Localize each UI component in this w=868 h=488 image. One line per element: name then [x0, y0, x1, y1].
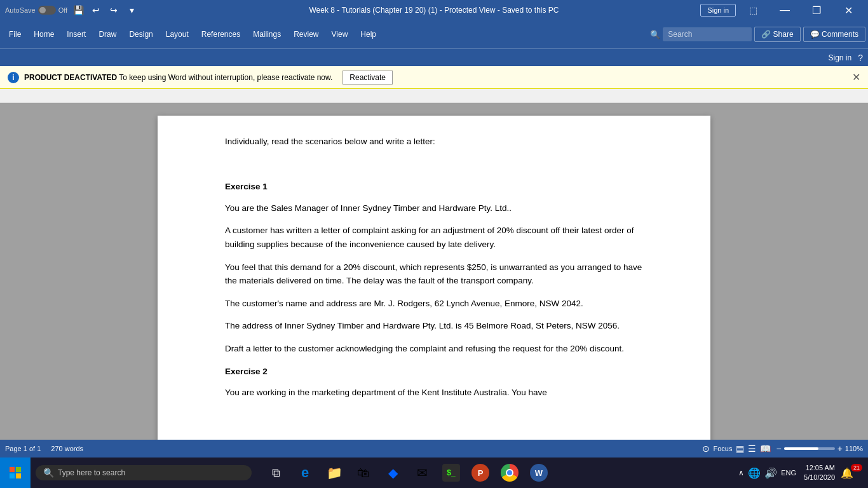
- network-icon[interactable]: 🌐: [748, 467, 761, 479]
- speaker-icon[interactable]: 🔊: [764, 467, 777, 479]
- menu-bar: File Home Insert Draw Design Layout Refe…: [0, 20, 868, 48]
- menu-search-area: 🔍 🔗 Share 💬 Comments: [650, 27, 865, 42]
- store-button[interactable]: 🛍: [349, 459, 377, 487]
- zoom-in-button[interactable]: +: [837, 444, 843, 454]
- clock[interactable]: 12:05 AM 5/10/2020: [799, 463, 840, 483]
- undo-button[interactable]: ↩: [89, 3, 103, 17]
- more-button[interactable]: ▾: [125, 3, 139, 17]
- info-icon: i: [8, 72, 19, 83]
- zoom-slider-fill: [784, 447, 818, 450]
- notification-count: 21: [851, 464, 862, 471]
- edge-icon: e: [301, 464, 309, 481]
- word-icon: W: [530, 464, 548, 482]
- toggle-knob: [39, 7, 46, 13]
- reactivate-button[interactable]: Reactivate: [342, 71, 393, 85]
- para-ex1-5: The address of Inner Sydney Timber and H…: [225, 319, 643, 333]
- restore-button[interactable]: ❐: [802, 0, 831, 20]
- expand-tray-button[interactable]: ∧: [738, 468, 744, 477]
- menu-mailings[interactable]: Mailings: [247, 26, 287, 43]
- deactivated-text: PRODUCT DEACTIVATED To keep using Word w…: [24, 73, 332, 82]
- svg-rect-2: [10, 473, 15, 478]
- menu-file[interactable]: File: [3, 26, 27, 43]
- menu-draw[interactable]: Draw: [92, 26, 123, 43]
- taskbar-search[interactable]: 🔍 Type here to search: [36, 465, 252, 480]
- exercise-2-title: Exercise 2: [225, 365, 643, 379]
- word-button[interactable]: W: [525, 459, 553, 487]
- store-icon: 🛍: [357, 466, 370, 480]
- autosave-text: AutoSave: [5, 6, 36, 14]
- task-view-icon: ⧉: [272, 466, 280, 480]
- zoom-out-button[interactable]: −: [776, 444, 781, 454]
- para-intro: Individually, read the scenarios below a…: [225, 135, 643, 149]
- redo-button[interactable]: ↪: [107, 3, 121, 17]
- taskbar-icons: ⧉ e 📁 🛍 ◆ ✉ $_ P W: [262, 459, 553, 487]
- title-text: Week 8 - Tutorials (Chapter 19 20) (1) -…: [309, 6, 559, 15]
- para-ex1-6-text: Draft a letter to the customer acknowled…: [225, 344, 624, 353]
- menu-layout[interactable]: Layout: [159, 26, 195, 43]
- taskbar-right: ∧ 🌐 🔊 ENG 12:05 AM 5/10/2020 🔔 21: [738, 463, 868, 483]
- dropbox-icon: ◆: [388, 465, 398, 480]
- menu-references[interactable]: References: [195, 26, 247, 43]
- exercise-2-title-text: Exercise 2: [225, 367, 268, 376]
- title-bar: AutoSave Off 💾 ↩ ↪ ▾ Week 8 - Tutorials …: [0, 0, 868, 20]
- para-ex1-3-text: You feel that this demand for a 20% disc…: [225, 262, 642, 286]
- comments-button[interactable]: 💬 Comments: [803, 27, 865, 42]
- menu-review[interactable]: Review: [287, 26, 325, 43]
- word-count: 270 words: [51, 445, 83, 452]
- language-indicator[interactable]: ENG: [781, 469, 796, 477]
- status-right: ⊙ Focus ▤ ☰ 📖 − + 110%: [702, 444, 863, 454]
- svg-rect-3: [16, 473, 21, 478]
- chrome-icon: [501, 464, 519, 482]
- focus-mode-button[interactable]: ⊙: [702, 444, 710, 454]
- mail-button[interactable]: ✉: [408, 459, 436, 487]
- menu-insert[interactable]: Insert: [60, 26, 92, 43]
- ribbon-help[interactable]: ?: [858, 53, 863, 63]
- zoom-slider[interactable]: [784, 447, 835, 450]
- ribbon-sign-in[interactable]: Sign in: [829, 53, 852, 62]
- banner-close-button[interactable]: ✕: [852, 71, 860, 83]
- status-bar: Page 1 of 1 270 words ⊙ Focus ▤ ☰ 📖 − + …: [0, 440, 868, 458]
- status-left: Page 1 of 1 270 words: [5, 445, 83, 452]
- read-mode-button[interactable]: 📖: [760, 444, 771, 454]
- windows-logo-icon: [10, 467, 21, 478]
- save-button[interactable]: 💾: [71, 3, 85, 17]
- page-indicator: Page 1 of 1: [5, 445, 41, 452]
- close-button[interactable]: ✕: [834, 0, 863, 20]
- para-ex2-1-text: You are working in the marketing departm…: [225, 388, 547, 397]
- para-ex1-3: You feel that this demand for a 20% disc…: [225, 261, 643, 288]
- menu-search-input[interactable]: [663, 27, 752, 41]
- menu-design[interactable]: Design: [123, 26, 159, 43]
- document-page: Individually, read the scenarios below a…: [158, 116, 710, 440]
- autosave-toggle[interactable]: [38, 6, 56, 15]
- search-icon: 🔍: [650, 30, 660, 39]
- menu-view[interactable]: View: [325, 26, 355, 43]
- file-explorer-button[interactable]: 📁: [320, 459, 348, 487]
- start-button[interactable]: [0, 458, 31, 488]
- powerpoint-button[interactable]: P: [466, 459, 494, 487]
- reader-mode-button[interactable]: ⬚: [738, 0, 768, 20]
- menu-help[interactable]: Help: [354, 26, 383, 43]
- minimize-button[interactable]: —: [770, 0, 799, 20]
- edge-button[interactable]: e: [291, 459, 319, 487]
- document-scroll[interactable]: Individually, read the scenarios below a…: [0, 103, 868, 440]
- svg-rect-0: [10, 467, 15, 472]
- para-ex1-1-text: You are the Sales Manager of Inner Sydne…: [225, 203, 512, 213]
- dropbox-button[interactable]: ◆: [379, 459, 407, 487]
- print-layout-button[interactable]: ▤: [736, 444, 744, 454]
- file-explorer-icon: 📁: [327, 465, 342, 480]
- focus-label: Focus: [714, 445, 733, 452]
- chrome-button[interactable]: [496, 459, 524, 487]
- sign-in-button[interactable]: Sign in: [700, 4, 736, 17]
- deactivated-bold: PRODUCT DEACTIVATED: [24, 73, 117, 82]
- web-layout-button[interactable]: ☰: [748, 444, 756, 454]
- taskbar: 🔍 Type here to search ⧉ e 📁 🛍 ◆ ✉ $_ P: [0, 458, 868, 488]
- git-bash-button[interactable]: $_: [437, 459, 465, 487]
- menu-home[interactable]: Home: [27, 26, 60, 43]
- autosave-label: AutoSave Off: [5, 6, 67, 15]
- taskbar-search-text: Type here to search: [58, 468, 125, 477]
- task-view-button[interactable]: ⧉: [262, 459, 290, 487]
- autosave-state: Off: [58, 6, 67, 14]
- notification-button[interactable]: 🔔 21: [843, 463, 863, 483]
- deactivated-banner: i PRODUCT DEACTIVATED To keep using Word…: [0, 66, 868, 89]
- share-button[interactable]: 🔗 Share: [754, 27, 800, 42]
